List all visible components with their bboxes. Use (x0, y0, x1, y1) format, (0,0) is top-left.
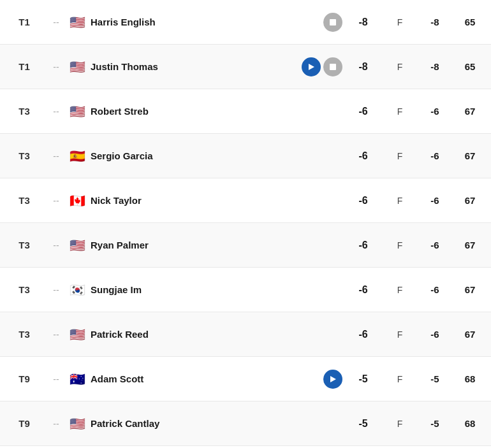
round-label: F (384, 419, 416, 429)
movement: -- (43, 285, 69, 295)
position: T9 (5, 373, 43, 384)
position: T3 (5, 106, 43, 117)
player-name[interactable]: 🇦🇺Adam Scott (69, 373, 291, 385)
table-row[interactable]: T3--🇨🇦Nick Taylor-6F-667 (0, 178, 491, 223)
player-name[interactable]: 🇺🇸Patrick Reed (69, 329, 291, 340)
total-score: -8 (342, 61, 384, 73)
player-flag: 🇪🇸 (69, 150, 85, 162)
round-score: 68 (454, 373, 486, 384)
player-name[interactable]: 🇺🇸Robert Streb (69, 106, 291, 117)
video-icon[interactable] (302, 57, 321, 76)
round-score: 67 (454, 150, 486, 161)
today-score: -8 (416, 17, 454, 27)
grey-icon[interactable] (323, 13, 342, 32)
player-label: Justin Thomas (91, 61, 158, 72)
total-score: -5 (342, 373, 384, 385)
today-score: -6 (416, 106, 454, 117)
player-name[interactable]: 🇺🇸Ryan Palmer (69, 240, 291, 251)
table-row[interactable]: T3--🇰🇷Sungjae Im-6F-667 (0, 268, 491, 312)
player-flag: 🇺🇸 (69, 61, 85, 73)
movement: -- (43, 329, 69, 340)
player-label: Ryan Palmer (91, 240, 149, 250)
player-icons (291, 13, 342, 32)
player-label: Robert Streb (91, 106, 149, 117)
svg-rect-2 (330, 64, 336, 70)
player-name[interactable]: 🇺🇸Justin Thomas (69, 61, 291, 73)
position: T3 (5, 284, 43, 295)
player-flag: 🇺🇸 (69, 106, 85, 117)
movement: -- (43, 17, 69, 27)
round-score: 67 (454, 195, 486, 206)
svg-rect-0 (330, 19, 336, 25)
player-name[interactable]: 🇰🇷Sungjae Im (69, 284, 291, 296)
player-label: Sungjae Im (91, 284, 142, 295)
player-label: Patrick Reed (91, 329, 149, 340)
player-label: Nick Taylor (91, 195, 142, 206)
player-flag: 🇺🇸 (69, 240, 85, 251)
today-score: -6 (416, 240, 454, 250)
round-label: F (384, 374, 416, 384)
total-score: -6 (342, 150, 384, 162)
player-flag: 🇺🇸 (69, 17, 85, 28)
table-row[interactable]: T3--🇺🇸Ryan Palmer-6F-667 (0, 223, 491, 268)
today-score: -5 (416, 373, 454, 384)
today-score: -6 (416, 150, 454, 161)
movement: -- (43, 374, 69, 384)
round-label: F (384, 106, 416, 117)
table-row[interactable]: T3--🇺🇸Patrick Reed-6F-667 (0, 312, 491, 357)
position: T1 (5, 61, 43, 72)
player-label: Harris English (91, 17, 156, 27)
movement: -- (43, 196, 69, 206)
round-score: 65 (454, 17, 486, 27)
table-row[interactable]: T3--🇺🇸Robert Streb-6F-667 (0, 89, 491, 134)
table-row[interactable]: T1--🇺🇸Harris English-8F-865 (0, 0, 491, 45)
total-score: -6 (342, 106, 384, 117)
grey-icon[interactable] (323, 57, 342, 76)
total-score: -8 (342, 17, 384, 28)
table-row[interactable]: T1--🇺🇸Justin Thomas-8F-865 (0, 45, 491, 89)
movement: -- (43, 62, 69, 72)
total-score: -6 (342, 195, 384, 206)
round-label: F (384, 329, 416, 340)
leaderboard: T1--🇺🇸Harris English-8F-865T1--🇺🇸Justin … (0, 0, 491, 448)
movement: -- (43, 419, 69, 429)
player-icons (291, 57, 342, 76)
round-label: F (384, 196, 416, 206)
position: T9 (5, 418, 43, 429)
total-score: -6 (342, 284, 384, 296)
round-score: 65 (454, 61, 486, 72)
player-name[interactable]: 🇪🇸Sergio Garcia (69, 150, 291, 162)
player-flag: 🇦🇺 (69, 373, 85, 385)
position: T1 (5, 17, 43, 27)
table-row[interactable]: T9--🇦🇺Adam Scott-5F-568 (0, 357, 491, 401)
today-score: -8 (416, 61, 454, 72)
player-label: Adam Scott (91, 373, 143, 384)
table-row[interactable]: T9--🇺🇸Patrick Cantlay-5F-568 (0, 401, 491, 446)
round-label: F (384, 62, 416, 72)
player-name[interactable]: 🇨🇦Nick Taylor (69, 195, 291, 206)
movement: -- (43, 151, 69, 161)
today-score: -6 (416, 329, 454, 340)
total-score: -6 (342, 240, 384, 251)
round-label: F (384, 240, 416, 250)
position: T3 (5, 329, 43, 340)
player-name[interactable]: 🇺🇸Patrick Cantlay (69, 418, 291, 430)
player-flag: 🇰🇷 (69, 284, 85, 296)
round-score: 67 (454, 284, 486, 295)
round-score: 67 (454, 329, 486, 340)
total-score: -6 (342, 329, 384, 340)
movement: -- (43, 106, 69, 117)
round-score: 67 (454, 240, 486, 250)
player-flag: 🇨🇦 (69, 195, 85, 206)
player-flag: 🇺🇸 (69, 418, 85, 430)
video-icon[interactable] (323, 370, 342, 389)
position: T3 (5, 150, 43, 161)
player-name[interactable]: 🇺🇸Harris English (69, 17, 291, 28)
player-flag: 🇺🇸 (69, 329, 85, 340)
round-score: 67 (454, 106, 486, 117)
player-label: Patrick Cantlay (91, 418, 159, 429)
position: T3 (5, 240, 43, 250)
table-row[interactable]: T3--🇪🇸Sergio Garcia-6F-667 (0, 134, 491, 178)
today-score: -6 (416, 284, 454, 295)
total-score: -5 (342, 418, 384, 430)
